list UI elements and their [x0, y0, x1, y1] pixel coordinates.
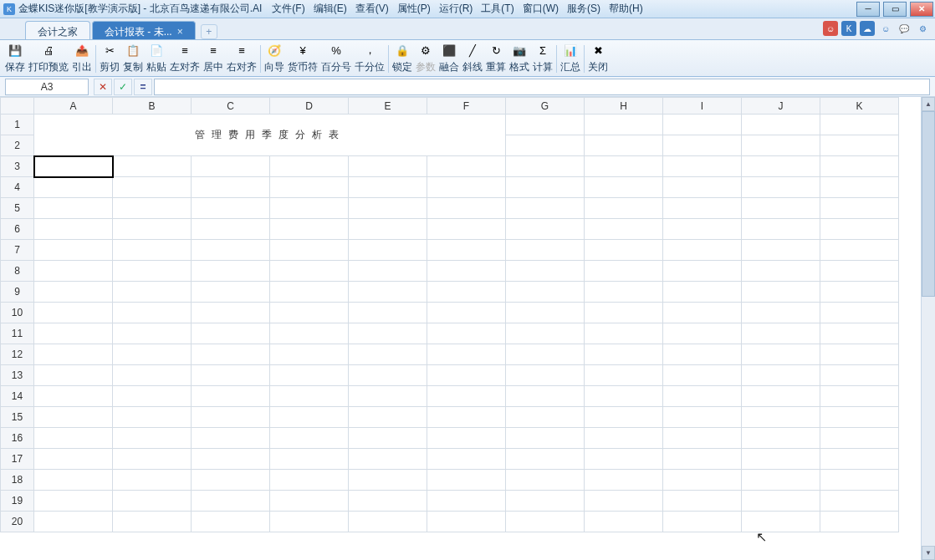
cell-K20[interactable]	[820, 512, 899, 532]
cell-J17[interactable]	[742, 449, 820, 470]
cell-B17[interactable]	[113, 449, 192, 470]
cell-J8[interactable]	[742, 261, 820, 282]
cell-G12[interactable]	[506, 344, 585, 365]
cell-K16[interactable]	[820, 428, 899, 449]
cell-E8[interactable]	[349, 261, 427, 282]
row-header-10[interactable]: 10	[1, 303, 34, 323]
toolbar-保存[interactable]: 💾保存	[3, 42, 27, 76]
cell-K5[interactable]	[820, 198, 899, 219]
cell-G19[interactable]	[506, 491, 585, 512]
tab-home[interactable]: 会计之家	[25, 21, 90, 39]
col-header-J[interactable]: J	[742, 98, 820, 115]
cell-F13[interactable]	[427, 365, 506, 386]
cell-J4[interactable]	[742, 177, 820, 198]
cell-E11[interactable]	[349, 323, 427, 344]
cell-C4[interactable]	[192, 177, 270, 198]
cell-G4[interactable]	[506, 177, 585, 198]
cell-H9[interactable]	[585, 282, 663, 303]
cell-F18[interactable]	[427, 470, 506, 491]
col-header-H[interactable]: H	[585, 98, 663, 115]
toolbar-向导[interactable]: 🧭向导	[263, 42, 286, 76]
toolbar-货币符[interactable]: ¥货币符	[286, 42, 319, 76]
cell-F17[interactable]	[427, 449, 506, 470]
cell-K1[interactable]	[820, 115, 899, 135]
cell-I14[interactable]	[663, 386, 742, 407]
toolbar-计算[interactable]: Σ计算	[531, 42, 554, 76]
cell-J16[interactable]	[742, 428, 820, 449]
cell-F10[interactable]	[427, 303, 506, 323]
chat-icon[interactable]: 💬	[897, 21, 912, 36]
fx-button[interactable]: =	[134, 79, 152, 95]
row-header-18[interactable]: 18	[1, 470, 34, 491]
menu-tools[interactable]: 工具(T)	[478, 0, 517, 18]
close-button[interactable]: ✕	[910, 2, 933, 17]
cell-E19[interactable]	[349, 491, 427, 512]
cell-D11[interactable]	[270, 323, 349, 344]
cell-E14[interactable]	[349, 386, 427, 407]
cell-F5[interactable]	[427, 198, 506, 219]
cell-K14[interactable]	[820, 386, 899, 407]
toolbar-斜线[interactable]: ╱斜线	[461, 42, 484, 76]
cell-E5[interactable]	[349, 198, 427, 219]
cell-F20[interactable]	[427, 512, 506, 532]
cell-C15[interactable]	[192, 407, 270, 428]
row-header-12[interactable]: 12	[1, 344, 34, 365]
cell-D18[interactable]	[270, 470, 349, 491]
cell-C20[interactable]	[192, 512, 270, 532]
cell-H11[interactable]	[585, 323, 663, 344]
cell-F14[interactable]	[427, 386, 506, 407]
cell-J9[interactable]	[742, 282, 820, 303]
cell-B10[interactable]	[113, 303, 192, 323]
cell-A3[interactable]	[34, 156, 113, 177]
cell-A4[interactable]	[34, 177, 113, 198]
cell-G2[interactable]	[506, 135, 585, 156]
cell-I7[interactable]	[663, 240, 742, 261]
cell-B19[interactable]	[113, 491, 192, 512]
cell-H17[interactable]	[585, 449, 663, 470]
cell-D6[interactable]	[270, 219, 349, 240]
cell-C13[interactable]	[192, 365, 270, 386]
cell-A15[interactable]	[34, 407, 113, 428]
row-header-19[interactable]: 19	[1, 491, 34, 512]
cell-H10[interactable]	[585, 303, 663, 323]
cell-A7[interactable]	[34, 240, 113, 261]
toolbar-右对齐[interactable]: ≡右对齐	[225, 42, 258, 76]
vertical-scrollbar[interactable]: ▲ ▼	[921, 97, 935, 560]
cell-B8[interactable]	[113, 261, 192, 282]
cell-C5[interactable]	[192, 198, 270, 219]
cell-D15[interactable]	[270, 407, 349, 428]
toolbar-剪切[interactable]: ✂剪切	[98, 42, 121, 76]
confirm-input-button[interactable]: ✓	[114, 79, 132, 95]
cell-A8[interactable]	[34, 261, 113, 282]
cell-H3[interactable]	[585, 156, 663, 177]
cell-D14[interactable]	[270, 386, 349, 407]
cell-J13[interactable]	[742, 365, 820, 386]
row-header-2[interactable]: 2	[1, 135, 34, 156]
cell-I13[interactable]	[663, 365, 742, 386]
cell-C14[interactable]	[192, 386, 270, 407]
formula-input[interactable]	[154, 79, 930, 95]
toolbar-复制[interactable]: 📋复制	[121, 42, 145, 76]
cell-A12[interactable]	[34, 344, 113, 365]
cell-J11[interactable]	[742, 323, 820, 344]
tab-report[interactable]: 会计报表 - 未... ×	[92, 21, 196, 39]
cell-K18[interactable]	[820, 470, 899, 491]
cell-A6[interactable]	[34, 219, 113, 240]
cell-K11[interactable]	[820, 323, 899, 344]
cell-B9[interactable]	[113, 282, 192, 303]
cell-H6[interactable]	[585, 219, 663, 240]
cell-D16[interactable]	[270, 428, 349, 449]
cell-I2[interactable]	[663, 135, 742, 156]
cell-I19[interactable]	[663, 491, 742, 512]
cell-B13[interactable]	[113, 365, 192, 386]
cell-A5[interactable]	[34, 198, 113, 219]
cell-E10[interactable]	[349, 303, 427, 323]
cell-I16[interactable]	[663, 428, 742, 449]
col-header-B[interactable]: B	[113, 98, 192, 115]
col-header-C[interactable]: C	[192, 98, 270, 115]
col-header-D[interactable]: D	[270, 98, 349, 115]
row-header-14[interactable]: 14	[1, 386, 34, 407]
toolbar-汇总[interactable]: 📊汇总	[559, 42, 582, 76]
cell-I1[interactable]	[663, 115, 742, 135]
row-header-6[interactable]: 6	[1, 219, 34, 240]
